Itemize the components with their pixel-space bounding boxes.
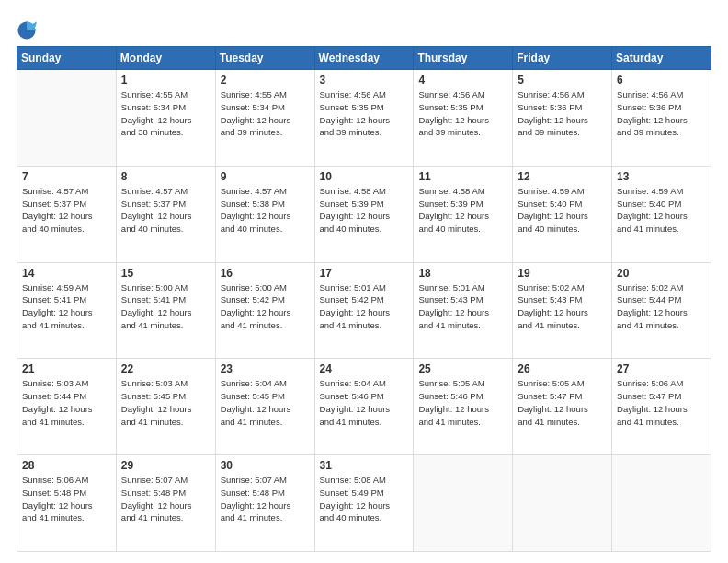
day-number: 10 bbox=[320, 170, 409, 183]
day-info: Sunrise: 4:56 AM Sunset: 5:35 PM Dayligh… bbox=[320, 88, 409, 139]
day-info: Sunrise: 5:08 AM Sunset: 5:49 PM Dayligh… bbox=[320, 474, 409, 524]
day-info: Sunrise: 4:56 AM Sunset: 5:36 PM Dayligh… bbox=[617, 88, 706, 139]
page: SundayMondayTuesdayWednesdayThursdayFrid… bbox=[0, 0, 728, 563]
day-header: Monday bbox=[116, 47, 215, 70]
calendar-cell: 21Sunrise: 5:03 AM Sunset: 5:44 PM Dayli… bbox=[17, 359, 117, 455]
day-info: Sunrise: 4:56 AM Sunset: 5:36 PM Dayligh… bbox=[518, 88, 607, 139]
day-number: 26 bbox=[518, 362, 607, 375]
day-number: 11 bbox=[418, 170, 507, 183]
day-number: 13 bbox=[617, 170, 706, 183]
calendar-cell: 29Sunrise: 5:07 AM Sunset: 5:48 PM Dayli… bbox=[116, 455, 215, 552]
day-info: Sunrise: 5:07 AM Sunset: 5:48 PM Dayligh… bbox=[221, 474, 310, 524]
day-info: Sunrise: 5:05 AM Sunset: 5:46 PM Dayligh… bbox=[418, 377, 507, 428]
day-header: Friday bbox=[513, 47, 612, 70]
day-info: Sunrise: 5:06 AM Sunset: 5:48 PM Dayligh… bbox=[22, 474, 111, 524]
day-number: 20 bbox=[617, 267, 706, 280]
calendar-cell: 31Sunrise: 5:08 AM Sunset: 5:49 PM Dayli… bbox=[314, 455, 414, 552]
day-header: Wednesday bbox=[314, 47, 414, 70]
calendar-cell: 14Sunrise: 4:59 AM Sunset: 5:41 PM Dayli… bbox=[17, 262, 117, 359]
day-info: Sunrise: 5:07 AM Sunset: 5:48 PM Dayligh… bbox=[121, 474, 210, 524]
calendar-cell: 6Sunrise: 4:56 AM Sunset: 5:36 PM Daylig… bbox=[612, 70, 711, 167]
calendar-cell: 26Sunrise: 5:05 AM Sunset: 5:47 PM Dayli… bbox=[513, 359, 612, 455]
calendar-cell: 7Sunrise: 4:57 AM Sunset: 5:37 PM Daylig… bbox=[17, 166, 117, 262]
day-info: Sunrise: 5:06 AM Sunset: 5:47 PM Dayligh… bbox=[617, 377, 706, 428]
calendar-cell: 25Sunrise: 5:05 AM Sunset: 5:46 PM Dayli… bbox=[414, 359, 513, 455]
day-info: Sunrise: 5:02 AM Sunset: 5:44 PM Dayligh… bbox=[617, 282, 706, 332]
calendar-row: 1Sunrise: 4:55 AM Sunset: 5:34 PM Daylig… bbox=[17, 70, 711, 167]
calendar-cell: 1Sunrise: 4:55 AM Sunset: 5:34 PM Daylig… bbox=[116, 70, 215, 167]
day-number: 23 bbox=[221, 362, 310, 375]
calendar-cell: 17Sunrise: 5:01 AM Sunset: 5:42 PM Dayli… bbox=[314, 262, 414, 359]
calendar-cell: 28Sunrise: 5:06 AM Sunset: 5:48 PM Dayli… bbox=[17, 455, 117, 552]
calendar-cell: 30Sunrise: 5:07 AM Sunset: 5:48 PM Dayli… bbox=[215, 455, 314, 552]
day-number: 19 bbox=[518, 267, 607, 280]
day-info: Sunrise: 4:57 AM Sunset: 5:37 PM Dayligh… bbox=[22, 185, 111, 236]
calendar-row: 21Sunrise: 5:03 AM Sunset: 5:44 PM Dayli… bbox=[17, 359, 711, 455]
day-info: Sunrise: 5:02 AM Sunset: 5:43 PM Dayligh… bbox=[518, 282, 607, 332]
day-number: 2 bbox=[221, 74, 310, 86]
calendar-cell: 4Sunrise: 4:56 AM Sunset: 5:35 PM Daylig… bbox=[414, 70, 513, 167]
day-number: 12 bbox=[518, 170, 607, 183]
day-number: 6 bbox=[617, 74, 706, 86]
calendar-cell: 5Sunrise: 4:56 AM Sunset: 5:36 PM Daylig… bbox=[513, 70, 612, 167]
day-number: 29 bbox=[121, 459, 210, 472]
day-info: Sunrise: 4:58 AM Sunset: 5:39 PM Dayligh… bbox=[320, 185, 409, 236]
calendar-cell: 22Sunrise: 5:03 AM Sunset: 5:45 PM Dayli… bbox=[116, 359, 215, 455]
calendar-cell: 19Sunrise: 5:02 AM Sunset: 5:43 PM Dayli… bbox=[513, 262, 612, 359]
logo-icon bbox=[17, 20, 37, 40]
calendar-cell: 18Sunrise: 5:01 AM Sunset: 5:43 PM Dayli… bbox=[414, 262, 513, 359]
calendar-table: SundayMondayTuesdayWednesdayThursdayFrid… bbox=[17, 46, 711, 552]
day-number: 1 bbox=[121, 74, 210, 86]
calendar-cell: 12Sunrise: 4:59 AM Sunset: 5:40 PM Dayli… bbox=[513, 166, 612, 262]
calendar-cell: 23Sunrise: 5:04 AM Sunset: 5:45 PM Dayli… bbox=[215, 359, 314, 455]
calendar-cell: 20Sunrise: 5:02 AM Sunset: 5:44 PM Dayli… bbox=[612, 262, 711, 359]
day-number: 30 bbox=[221, 459, 310, 472]
day-header: Tuesday bbox=[215, 47, 314, 70]
day-number: 4 bbox=[418, 74, 507, 86]
calendar-cell: 9Sunrise: 4:57 AM Sunset: 5:38 PM Daylig… bbox=[215, 166, 314, 262]
day-info: Sunrise: 4:57 AM Sunset: 5:37 PM Dayligh… bbox=[121, 185, 210, 236]
calendar-row: 7Sunrise: 4:57 AM Sunset: 5:37 PM Daylig… bbox=[17, 166, 711, 262]
day-number: 25 bbox=[418, 362, 507, 375]
day-info: Sunrise: 5:01 AM Sunset: 5:42 PM Dayligh… bbox=[320, 282, 409, 332]
day-number: 5 bbox=[518, 74, 607, 86]
calendar-cell bbox=[513, 455, 612, 552]
day-number: 28 bbox=[22, 459, 111, 472]
calendar-cell: 2Sunrise: 4:55 AM Sunset: 5:34 PM Daylig… bbox=[215, 70, 314, 167]
day-header: Saturday bbox=[612, 47, 711, 70]
day-number: 24 bbox=[320, 362, 409, 375]
day-number: 7 bbox=[22, 170, 111, 183]
day-info: Sunrise: 5:00 AM Sunset: 5:41 PM Dayligh… bbox=[121, 282, 210, 332]
day-info: Sunrise: 4:55 AM Sunset: 5:34 PM Dayligh… bbox=[221, 88, 310, 139]
calendar-cell bbox=[414, 455, 513, 552]
header bbox=[17, 17, 711, 40]
calendar-row: 14Sunrise: 4:59 AM Sunset: 5:41 PM Dayli… bbox=[17, 262, 711, 359]
day-info: Sunrise: 4:58 AM Sunset: 5:39 PM Dayligh… bbox=[418, 185, 507, 236]
day-number: 8 bbox=[121, 170, 210, 183]
day-info: Sunrise: 4:55 AM Sunset: 5:34 PM Dayligh… bbox=[121, 88, 210, 139]
day-info: Sunrise: 5:03 AM Sunset: 5:45 PM Dayligh… bbox=[121, 377, 210, 428]
calendar-cell: 10Sunrise: 4:58 AM Sunset: 5:39 PM Dayli… bbox=[314, 166, 414, 262]
day-number: 22 bbox=[121, 362, 210, 375]
calendar-cell: 3Sunrise: 4:56 AM Sunset: 5:35 PM Daylig… bbox=[314, 70, 414, 167]
logo bbox=[17, 20, 40, 40]
calendar-cell bbox=[17, 70, 117, 167]
day-number: 15 bbox=[121, 267, 210, 280]
calendar-cell: 24Sunrise: 5:04 AM Sunset: 5:46 PM Dayli… bbox=[314, 359, 414, 455]
day-number: 9 bbox=[221, 170, 310, 183]
day-number: 16 bbox=[221, 267, 310, 280]
day-header: Thursday bbox=[414, 47, 513, 70]
day-number: 27 bbox=[617, 362, 706, 375]
day-number: 3 bbox=[320, 74, 409, 86]
calendar-cell: 15Sunrise: 5:00 AM Sunset: 5:41 PM Dayli… bbox=[116, 262, 215, 359]
calendar-cell: 11Sunrise: 4:58 AM Sunset: 5:39 PM Dayli… bbox=[414, 166, 513, 262]
day-info: Sunrise: 5:01 AM Sunset: 5:43 PM Dayligh… bbox=[418, 282, 507, 332]
calendar-cell: 27Sunrise: 5:06 AM Sunset: 5:47 PM Dayli… bbox=[612, 359, 711, 455]
day-number: 21 bbox=[22, 362, 111, 375]
day-info: Sunrise: 4:59 AM Sunset: 5:40 PM Dayligh… bbox=[617, 185, 706, 236]
calendar-cell: 13Sunrise: 4:59 AM Sunset: 5:40 PM Dayli… bbox=[612, 166, 711, 262]
day-number: 18 bbox=[418, 267, 507, 280]
calendar-row: 28Sunrise: 5:06 AM Sunset: 5:48 PM Dayli… bbox=[17, 455, 711, 552]
day-info: Sunrise: 4:59 AM Sunset: 5:40 PM Dayligh… bbox=[518, 185, 607, 236]
day-number: 17 bbox=[320, 267, 409, 280]
